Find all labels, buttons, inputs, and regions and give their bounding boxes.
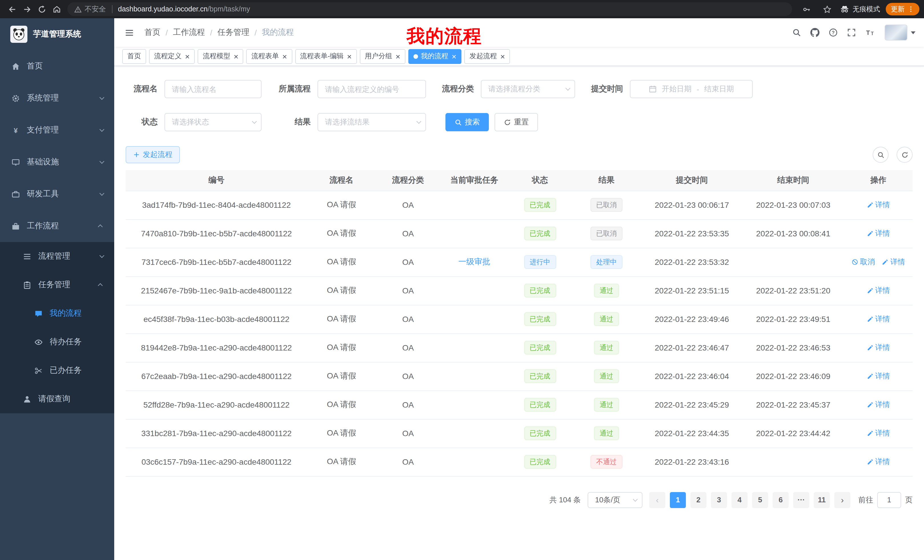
user-icon: [23, 395, 32, 403]
detail-link[interactable]: 详情: [867, 285, 890, 296]
column-header: 提交时间: [641, 170, 742, 191]
password-key-button[interactable]: [799, 2, 814, 16]
browser-update-button[interactable]: 更新: [886, 3, 920, 15]
page-3[interactable]: 3: [711, 492, 727, 508]
detail-link[interactable]: 详情: [867, 200, 890, 210]
tab-user-group[interactable]: 用户分组×: [360, 49, 405, 64]
page-6[interactable]: 6: [772, 492, 789, 508]
tab-process-form-edit[interactable]: 流程表单-编辑×: [295, 49, 357, 64]
breadcrumb-item[interactable]: 首页: [144, 27, 160, 38]
user-avatar[interactable]: [885, 24, 915, 40]
tab-close-icon[interactable]: ×: [500, 52, 505, 60]
cancel-link[interactable]: 取消: [852, 257, 875, 267]
page-1[interactable]: 1: [670, 492, 686, 508]
sidebar-item-process-management[interactable]: 流程管理: [0, 242, 114, 271]
sidebar-item-infrastructure[interactable]: 基础设施: [0, 146, 114, 178]
detail-link[interactable]: 详情: [867, 457, 890, 467]
owner-process-input[interactable]: [318, 80, 426, 98]
reload-button[interactable]: [34, 2, 49, 16]
breadcrumb-item[interactable]: 工作流程: [173, 27, 205, 38]
detail-link[interactable]: 详情: [867, 371, 890, 381]
cell-submit-time: 2022-01-22 23:43:16: [641, 448, 742, 476]
filter-row-2: 状态 请选择状态 结果 请选择流结果: [126, 113, 913, 131]
forward-icon: [22, 5, 31, 13]
fullscreen-button[interactable]: [843, 24, 860, 40]
help-button[interactable]: ?: [825, 24, 841, 40]
detail-link[interactable]: 详情: [867, 314, 890, 324]
page-5[interactable]: 5: [752, 492, 768, 508]
page-2[interactable]: 2: [690, 492, 706, 508]
sidebar-item-my-processes[interactable]: 我的流程: [0, 299, 114, 328]
tab-home[interactable]: 首页: [122, 49, 146, 64]
page-11[interactable]: 11: [814, 492, 830, 508]
cell-end-time: 2022-01-22 23:45:37: [742, 391, 844, 419]
filter-submit-time: 提交时间 开始日期 - 结束日期: [589, 80, 753, 98]
header-search-button[interactable]: [789, 24, 805, 40]
hamburger-button[interactable]: [123, 26, 135, 39]
tab-start-process[interactable]: 发起流程×: [464, 49, 510, 64]
sidebar-item-home[interactable]: 首页: [0, 50, 114, 82]
toolbox-icon: [11, 190, 20, 198]
result-select[interactable]: 请选择流结果: [318, 113, 426, 131]
tab-close-icon[interactable]: ×: [452, 52, 456, 60]
sidebar-item-done-tasks[interactable]: 已办任务: [0, 356, 114, 385]
sidebar-item-system-management[interactable]: 系统管理: [0, 82, 114, 114]
tab-close-icon[interactable]: ×: [234, 52, 238, 60]
address-bar[interactable]: 不安全 dashboard.yudao.iocoder.cn/bpm/task/…: [68, 2, 792, 16]
detail-link[interactable]: 详情: [882, 257, 905, 267]
process-name-input[interactable]: [165, 80, 261, 98]
sidebar-item-todo-tasks[interactable]: 待办任务: [0, 328, 114, 356]
tab-process-form[interactable]: 流程表单×: [246, 49, 292, 64]
page-size-select[interactable]: 10条/页: [588, 492, 642, 508]
home-button[interactable]: [49, 2, 64, 16]
detail-link[interactable]: 详情: [867, 228, 890, 239]
cell-result: 已取消: [572, 219, 641, 248]
reset-button[interactable]: 重置: [495, 113, 538, 131]
tab-close-icon[interactable]: ×: [185, 52, 190, 60]
submit-time-range-picker[interactable]: 开始日期 - 结束日期: [630, 80, 753, 98]
back-button[interactable]: [4, 2, 20, 16]
detail-link[interactable]: 详情: [867, 400, 890, 410]
breadcrumb-item[interactable]: 任务管理: [218, 27, 249, 38]
status-select[interactable]: 请选择状态: [165, 113, 261, 131]
tab-close-icon[interactable]: ×: [347, 52, 351, 60]
sidebar-item-leave-query[interactable]: 请假查询: [0, 385, 114, 413]
bookmark-button[interactable]: [819, 2, 834, 16]
sidebar-item-workflow[interactable]: 工作流程: [0, 210, 114, 242]
search-button[interactable]: 搜索: [446, 113, 489, 131]
toolbar-search-button[interactable]: [873, 147, 889, 163]
cell-process-name: OA 请假: [307, 191, 376, 219]
jump-page-input[interactable]: [877, 492, 901, 508]
detail-link[interactable]: 详情: [867, 343, 890, 353]
prev-page-button[interactable]: ‹: [650, 492, 665, 508]
sidebar-item-label: 基础设施: [27, 157, 59, 167]
category-select[interactable]: 请选择流程分类: [481, 80, 575, 98]
pagination: 共 104 条 10条/页 ‹123456···11› 前往 页: [126, 492, 913, 525]
sidebar-item-payment-management[interactable]: ¥支付管理: [0, 114, 114, 146]
start-process-button[interactable]: 发起流程: [126, 146, 180, 163]
current-task-link[interactable]: 一级审批: [458, 257, 490, 266]
toolbar-refresh-button[interactable]: [897, 147, 913, 163]
sidebar-item-task-management[interactable]: 任务管理: [0, 271, 114, 299]
tab-close-icon[interactable]: ×: [282, 52, 287, 60]
forward-button[interactable]: [20, 2, 34, 16]
tab-process-definition[interactable]: 流程定义×: [149, 49, 195, 64]
sidebar-item-dev-tools[interactable]: 研发工具: [0, 178, 114, 210]
cell-result: 通过: [572, 305, 641, 333]
cell-id: 52ffd28e-7b9a-11ec-a290-acde48001122: [126, 391, 307, 419]
tab-close-icon[interactable]: ×: [396, 52, 400, 60]
chevron-up-icon: [98, 225, 103, 229]
page-4[interactable]: 4: [732, 492, 747, 508]
font-size-button[interactable]: TT: [862, 24, 878, 40]
table-row: 52ffd28e-7b9a-11ec-a290-acde48001122OA 请…: [126, 391, 913, 419]
tab-my-processes[interactable]: 我的流程×: [408, 49, 461, 64]
cell-submit-time: 2022-01-22 23:46:47: [641, 333, 742, 362]
sidebar-item-label: 待办任务: [50, 337, 82, 347]
detail-link[interactable]: 详情: [867, 428, 890, 439]
github-button[interactable]: [807, 24, 823, 40]
next-page-button[interactable]: ›: [834, 492, 850, 508]
column-header: 当前审批任务: [440, 170, 508, 191]
tab-process-model[interactable]: 流程模型×: [198, 49, 243, 64]
page-ellipsis[interactable]: ···: [793, 492, 809, 508]
app-logo[interactable]: 芋道管理系统: [0, 18, 114, 50]
